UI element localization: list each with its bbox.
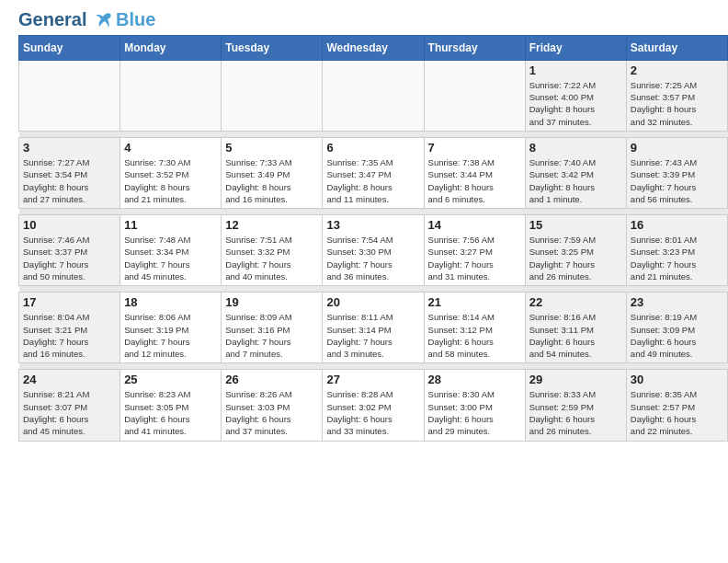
weekday-header-wednesday: Wednesday: [323, 35, 424, 60]
day-info: Sunrise: 8:04 AM Sunset: 3:21 PM Dayligh…: [23, 311, 116, 360]
day-number: 1: [529, 63, 622, 77]
day-number: 12: [225, 218, 318, 232]
calendar-week-row: 24Sunrise: 8:21 AM Sunset: 3:07 PM Dayli…: [19, 370, 728, 441]
day-info: Sunrise: 7:54 AM Sunset: 3:30 PM Dayligh…: [326, 234, 419, 282]
logo: General Blue: [18, 9, 155, 30]
logo-blue: Blue: [116, 9, 155, 29]
day-number: 2: [631, 63, 723, 77]
calendar-day-cell: 5Sunrise: 7:33 AM Sunset: 3:49 PM Daylig…: [222, 137, 323, 208]
day-number: 11: [124, 218, 217, 232]
day-number: 8: [529, 141, 622, 155]
day-info: Sunrise: 7:35 AM Sunset: 3:47 PM Dayligh…: [326, 156, 419, 205]
day-number: 15: [529, 218, 622, 232]
day-info: Sunrise: 8:26 AM Sunset: 3:03 PM Dayligh…: [225, 388, 318, 437]
day-info: Sunrise: 7:38 AM Sunset: 3:44 PM Dayligh…: [428, 156, 521, 205]
day-number: 3: [23, 141, 116, 155]
weekday-header-monday: Monday: [120, 35, 222, 60]
calendar-week-row: 1Sunrise: 7:22 AM Sunset: 4:00 PM Daylig…: [19, 60, 728, 131]
calendar-week-row: 3Sunrise: 7:27 AM Sunset: 3:54 PM Daylig…: [19, 137, 728, 208]
calendar-day-cell: 21Sunrise: 8:14 AM Sunset: 3:12 PM Dayli…: [424, 293, 525, 363]
calendar-day-cell: 6Sunrise: 7:35 AM Sunset: 3:47 PM Daylig…: [323, 137, 424, 208]
calendar-day-cell: 23Sunrise: 8:19 AM Sunset: 3:09 PM Dayli…: [626, 293, 727, 363]
day-number: 6: [326, 141, 419, 155]
calendar-day-cell: 30Sunrise: 8:35 AM Sunset: 2:57 PM Dayli…: [626, 370, 727, 441]
day-number: 20: [326, 295, 419, 309]
calendar-wrapper: SundayMondayTuesdayWednesdayThursdayFrid…: [0, 35, 728, 451]
day-number: 29: [529, 373, 622, 386]
page-header: General Blue: [0, 0, 728, 35]
day-number: 24: [23, 373, 116, 386]
logo-general: General: [18, 9, 86, 29]
day-number: 9: [631, 141, 723, 155]
day-info: Sunrise: 7:56 AM Sunset: 3:27 PM Dayligh…: [428, 234, 521, 282]
calendar-table: SundayMondayTuesdayWednesdayThursdayFrid…: [18, 35, 728, 442]
day-info: Sunrise: 7:33 AM Sunset: 3:49 PM Dayligh…: [225, 156, 318, 205]
weekday-header-sunday: Sunday: [19, 35, 120, 60]
day-info: Sunrise: 7:27 AM Sunset: 3:54 PM Dayligh…: [23, 156, 116, 205]
calendar-day-cell: 20Sunrise: 8:11 AM Sunset: 3:14 PM Dayli…: [323, 293, 424, 363]
day-info: Sunrise: 7:25 AM Sunset: 3:57 PM Dayligh…: [631, 79, 723, 128]
weekday-header-friday: Friday: [525, 35, 626, 60]
weekday-header-saturday: Saturday: [626, 35, 727, 60]
calendar-week-row: 17Sunrise: 8:04 AM Sunset: 3:21 PM Dayli…: [19, 293, 728, 363]
day-info: Sunrise: 8:06 AM Sunset: 3:19 PM Dayligh…: [124, 311, 217, 360]
day-info: Sunrise: 7:40 AM Sunset: 3:42 PM Dayligh…: [529, 156, 622, 205]
day-number: 28: [428, 373, 521, 386]
calendar-day-cell: 28Sunrise: 8:30 AM Sunset: 3:00 PM Dayli…: [424, 370, 525, 441]
day-info: Sunrise: 8:28 AM Sunset: 3:02 PM Dayligh…: [326, 388, 419, 437]
day-info: Sunrise: 8:11 AM Sunset: 3:14 PM Dayligh…: [326, 311, 419, 360]
calendar-day-cell: [424, 60, 525, 131]
day-number: 14: [428, 218, 521, 232]
calendar-day-cell: 1Sunrise: 7:22 AM Sunset: 4:00 PM Daylig…: [525, 60, 626, 131]
day-info: Sunrise: 7:59 AM Sunset: 3:25 PM Dayligh…: [529, 234, 622, 282]
day-number: 5: [225, 141, 318, 155]
calendar-day-cell: 13Sunrise: 7:54 AM Sunset: 3:30 PM Dayli…: [323, 215, 424, 286]
calendar-day-cell: 14Sunrise: 7:56 AM Sunset: 3:27 PM Dayli…: [424, 215, 525, 286]
calendar-day-cell: 19Sunrise: 8:09 AM Sunset: 3:16 PM Dayli…: [222, 293, 323, 363]
day-number: 21: [428, 295, 521, 309]
calendar-day-cell: 26Sunrise: 8:26 AM Sunset: 3:03 PM Dayli…: [222, 370, 323, 441]
day-info: Sunrise: 8:14 AM Sunset: 3:12 PM Dayligh…: [428, 311, 521, 360]
day-number: 4: [124, 141, 217, 155]
calendar-day-cell: [120, 60, 222, 131]
calendar-day-cell: 17Sunrise: 8:04 AM Sunset: 3:21 PM Dayli…: [19, 293, 120, 363]
calendar-day-cell: 10Sunrise: 7:46 AM Sunset: 3:37 PM Dayli…: [19, 215, 120, 286]
calendar-day-cell: 11Sunrise: 7:48 AM Sunset: 3:34 PM Dayli…: [120, 215, 222, 286]
day-number: 22: [529, 295, 622, 309]
logo-bird-icon: [94, 12, 114, 30]
day-info: Sunrise: 8:09 AM Sunset: 3:16 PM Dayligh…: [225, 311, 318, 360]
day-number: 7: [428, 141, 521, 155]
day-info: Sunrise: 8:35 AM Sunset: 2:57 PM Dayligh…: [631, 388, 723, 437]
day-number: 19: [225, 295, 318, 309]
day-info: Sunrise: 7:48 AM Sunset: 3:34 PM Dayligh…: [124, 234, 217, 282]
day-info: Sunrise: 8:01 AM Sunset: 3:23 PM Dayligh…: [631, 234, 723, 282]
day-number: 25: [124, 373, 217, 386]
day-number: 26: [225, 373, 318, 386]
calendar-day-cell: 9Sunrise: 7:43 AM Sunset: 3:39 PM Daylig…: [626, 137, 727, 208]
day-number: 30: [631, 373, 723, 386]
calendar-day-cell: 24Sunrise: 8:21 AM Sunset: 3:07 PM Dayli…: [19, 370, 120, 441]
day-info: Sunrise: 8:30 AM Sunset: 3:00 PM Dayligh…: [428, 388, 521, 437]
day-info: Sunrise: 8:23 AM Sunset: 3:05 PM Dayligh…: [124, 388, 217, 437]
weekday-header-thursday: Thursday: [424, 35, 525, 60]
day-info: Sunrise: 7:46 AM Sunset: 3:37 PM Dayligh…: [23, 234, 116, 282]
calendar-day-cell: [19, 60, 120, 131]
day-number: 27: [326, 373, 419, 386]
calendar-week-row: 10Sunrise: 7:46 AM Sunset: 3:37 PM Dayli…: [19, 215, 728, 286]
calendar-day-cell: 16Sunrise: 8:01 AM Sunset: 3:23 PM Dayli…: [626, 215, 727, 286]
day-info: Sunrise: 7:51 AM Sunset: 3:32 PM Dayligh…: [225, 234, 318, 282]
day-number: 18: [124, 295, 217, 309]
calendar-day-cell: 2Sunrise: 7:25 AM Sunset: 3:57 PM Daylig…: [626, 60, 727, 131]
calendar-day-cell: 29Sunrise: 8:33 AM Sunset: 2:59 PM Dayli…: [525, 370, 626, 441]
day-info: Sunrise: 7:30 AM Sunset: 3:52 PM Dayligh…: [124, 156, 217, 205]
day-number: 16: [631, 218, 723, 232]
day-number: 23: [631, 295, 723, 309]
day-number: 10: [23, 218, 116, 232]
day-number: 17: [23, 295, 116, 309]
calendar-day-cell: [323, 60, 424, 131]
calendar-day-cell: 7Sunrise: 7:38 AM Sunset: 3:44 PM Daylig…: [424, 137, 525, 208]
calendar-day-cell: 3Sunrise: 7:27 AM Sunset: 3:54 PM Daylig…: [19, 137, 120, 208]
calendar-day-cell: 22Sunrise: 8:16 AM Sunset: 3:11 PM Dayli…: [525, 293, 626, 363]
day-info: Sunrise: 8:21 AM Sunset: 3:07 PM Dayligh…: [23, 388, 116, 437]
calendar-day-cell: [222, 60, 323, 131]
